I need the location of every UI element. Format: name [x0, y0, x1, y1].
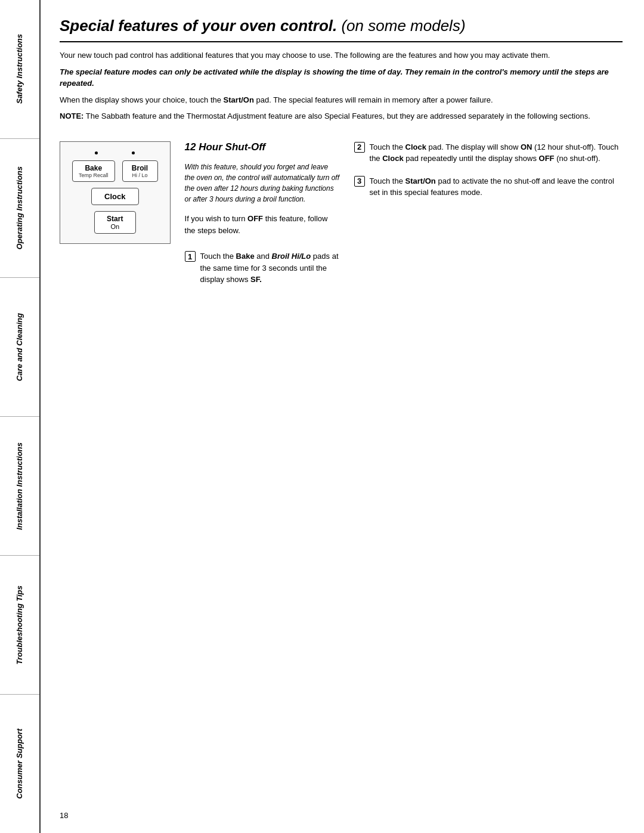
step-1-number: 1 — [185, 251, 196, 262]
feature-middle: 12 Hour Shut-Off With this feature, shou… — [185, 141, 340, 286]
step-2-number: 2 — [354, 142, 365, 153]
step-3-text: Touch the Start/On pad to activate the n… — [370, 175, 623, 199]
clock-row: Clock — [91, 188, 139, 205]
step-1-text: Touch the Bake and Broil Hi/Lo pads at t… — [200, 250, 340, 286]
feature-off-instruction: If you wish to turn OFF this feature, fo… — [185, 213, 340, 238]
sidebar-label-consumer: Consumer Support — [15, 729, 24, 799]
intro-para-2: The special feature modes can only be ac… — [60, 66, 623, 89]
main-content: Special features of your oven control. (… — [41, 0, 644, 833]
sidebar-label-safety: Safety Instructions — [15, 34, 24, 104]
bake-pad[interactable]: Bake Temp Recall — [72, 160, 115, 182]
feature-section: Bake Temp Recall Broil Hi / Lo Clock — [60, 141, 623, 286]
sidebar-label-care: Care and Cleaning — [15, 313, 24, 381]
sidebar-label-operating: Operating Instructions — [15, 166, 24, 249]
start-sub: On — [102, 223, 128, 230]
intro-para-4: NOTE: The Sabbath feature and the Thermo… — [60, 110, 623, 122]
dots-row — [72, 151, 158, 154]
step-1: 1 Touch the Bake and Broil Hi/Lo pads at… — [185, 250, 340, 286]
sidebar-label-installation: Installation Instructions — [15, 442, 24, 530]
broil-sub: Hi / Lo — [129, 172, 151, 178]
bake-label: Bake — [79, 164, 109, 172]
step-3-number: 3 — [354, 176, 365, 187]
clock-pad[interactable]: Clock — [91, 188, 139, 205]
feature-right: 2 Touch the Clock pad. The display will … — [354, 141, 623, 286]
oven-diagram: Bake Temp Recall Broil Hi / Lo Clock — [60, 141, 171, 244]
sidebar-label-troubleshooting: Troubleshooting Tips — [15, 586, 24, 664]
sidebar-tab-safety[interactable]: Safety Instructions — [0, 0, 39, 139]
sidebar: Safety Instructions Operating Instructio… — [0, 0, 41, 833]
steps-list-left: 1 Touch the Bake and Broil Hi/Lo pads at… — [185, 250, 340, 286]
page-title: Special features of your oven control. (… — [60, 17, 623, 35]
sidebar-tab-care[interactable]: Care and Cleaning — [0, 278, 39, 417]
step-2-text: Touch the Clock pad. The display will sh… — [370, 141, 623, 165]
intro-para-3: When the display shows your choice, touc… — [60, 94, 623, 106]
dot-broil — [132, 151, 135, 154]
feature-title: 12 Hour Shut-Off — [185, 141, 340, 153]
sidebar-tab-troubleshooting[interactable]: Troubleshooting Tips — [0, 556, 39, 695]
broil-label: Broil — [129, 164, 151, 172]
step-3: 3 Touch the Start/On pad to activate the… — [354, 175, 623, 199]
intro-para-1: Your new touch pad control has additiona… — [60, 49, 623, 61]
start-pad[interactable]: Start On — [94, 211, 136, 234]
feature-description: With this feature, should you forget and… — [185, 162, 340, 205]
broil-pad[interactable]: Broil Hi / Lo — [122, 160, 158, 182]
feature-left: Bake Temp Recall Broil Hi / Lo Clock — [60, 141, 171, 286]
sidebar-tab-installation[interactable]: Installation Instructions — [0, 417, 39, 556]
step-2: 2 Touch the Clock pad. The display will … — [354, 141, 623, 165]
dot-bake — [95, 151, 98, 154]
title-divider — [60, 41, 623, 42]
start-label: Start — [102, 215, 128, 223]
intro-section: Your new touch pad control has additiona… — [60, 49, 623, 127]
bake-sub: Temp Recall — [79, 172, 109, 178]
page-title-italic: Special features of your oven control. — [60, 17, 337, 35]
off-instruction-text: If you wish to turn OFF this feature, fo… — [185, 213, 340, 238]
page-title-normal: (on some models) — [337, 17, 465, 35]
steps-list-right: 2 Touch the Clock pad. The display will … — [354, 141, 623, 199]
page-number: 18 — [60, 811, 68, 820]
bake-broil-row: Bake Temp Recall Broil Hi / Lo — [72, 160, 158, 182]
sidebar-tab-operating[interactable]: Operating Instructions — [0, 139, 39, 278]
start-row: Start On — [94, 211, 136, 234]
page-container: Safety Instructions Operating Instructio… — [0, 0, 644, 833]
sidebar-tab-consumer[interactable]: Consumer Support — [0, 695, 39, 833]
